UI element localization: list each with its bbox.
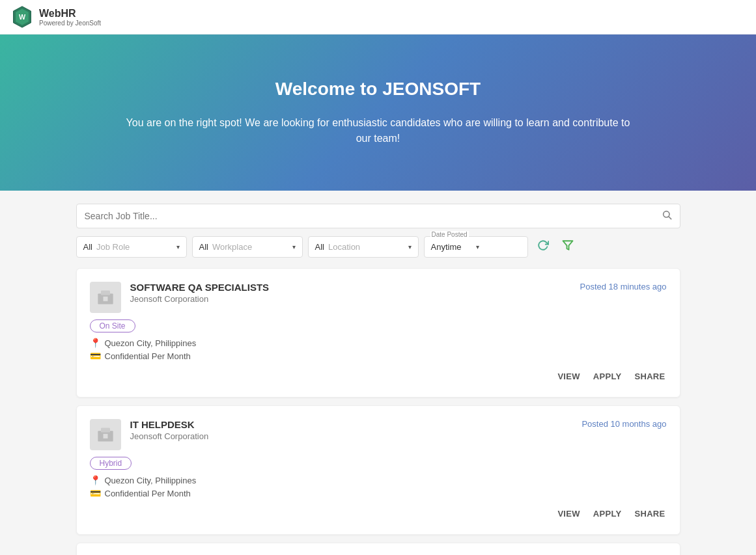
- location-row: 📍 Quezon City, Philippines: [90, 338, 667, 348]
- job-card-left: IT HELPDESK Jeonsoft Corporation: [90, 419, 209, 450]
- date-posted-filter[interactable]: Anytime ▾: [424, 236, 528, 258]
- location-icon: 📍: [90, 475, 101, 485]
- location-filter[interactable]: All Location ▾: [308, 236, 419, 258]
- location-text: Quezon City, Philippines: [105, 476, 197, 485]
- hero-subtitle: You are on the right spot! We are lookin…: [118, 115, 639, 146]
- location-placeholder: Location: [328, 242, 406, 252]
- badge-row: Hybrid: [90, 457, 667, 470]
- svg-rect-11: [103, 434, 107, 439]
- job-details: 📍 Quezon City, Philippines 💳 Confidentia…: [90, 338, 667, 361]
- svg-text:W: W: [19, 13, 26, 21]
- svg-rect-10: [101, 428, 110, 433]
- job-role-filter[interactable]: All Job Role ▾: [76, 236, 187, 258]
- app-header: W WebHR Powered by JeonSoft: [0, 0, 756, 34]
- main-content: All Job Role ▾ All Workplace ▾ All Locat…: [66, 191, 691, 555]
- job-info: SOFTWARE QA SPECIALISTS Jeonsoft Corpora…: [130, 282, 270, 304]
- posted-time: Posted 10 months ago: [581, 419, 666, 429]
- view-button[interactable]: VIEW: [556, 506, 581, 521]
- svg-marker-5: [563, 241, 572, 250]
- svg-rect-8: [103, 297, 107, 301]
- svg-line-4: [669, 217, 671, 219]
- location-icon: 📍: [90, 338, 101, 348]
- salary-text: Confidential Per Month: [105, 351, 191, 361]
- date-posted-label: Date Posted: [430, 231, 469, 238]
- job-details: 📍 Quezon City, Philippines 💳 Confidentia…: [90, 475, 667, 498]
- location-all: All: [315, 242, 324, 252]
- powered-by: Powered by JeonSoft: [39, 20, 101, 27]
- badge-row: On Site: [90, 319, 667, 332]
- job-title: IT HELPDESK: [130, 419, 209, 430]
- company-name: Jeonsoft Corporation: [130, 294, 270, 304]
- filters-row: All Job Role ▾ All Workplace ▾ All Locat…: [76, 236, 680, 258]
- workplace-all: All: [199, 242, 208, 252]
- job-actions: VIEW APPLY SHARE: [90, 506, 667, 521]
- salary-icon: 💳: [90, 488, 101, 498]
- job-role-placeholder: Job Role: [96, 242, 174, 252]
- search-input[interactable]: [85, 211, 662, 221]
- share-button[interactable]: SHARE: [633, 369, 666, 384]
- company-logo: [90, 282, 121, 313]
- job-title: SOFTWARE QA SPECIALISTS: [130, 282, 270, 293]
- salary-icon: 💳: [90, 351, 101, 361]
- workplace-filter[interactable]: All Workplace ▾: [192, 236, 303, 258]
- refresh-button[interactable]: [533, 237, 553, 257]
- date-posted-wrapper: Date Posted Anytime ▾: [424, 236, 528, 258]
- job-role-chevron: ▾: [176, 243, 180, 250]
- job-card: SOFTWARE QA SPECIALISTS Jeonsoft Corpora…: [76, 268, 680, 398]
- workplace-placeholder: Workplace: [212, 242, 290, 252]
- apply-button[interactable]: APPLY: [592, 506, 623, 521]
- job-card-header: IT HELPDESK Jeonsoft Corporation Posted …: [90, 419, 667, 450]
- salary-row: 💳 Confidential Per Month: [90, 351, 667, 361]
- hero-title: Welcome to JEONSOFT: [275, 79, 481, 100]
- job-card: SOFTWARE QA SPECIALISTS Jeonsoft Corpora…: [76, 543, 680, 555]
- app-name: WebHR: [39, 8, 101, 20]
- job-card-header: SOFTWARE QA SPECIALISTS Jeonsoft Corpora…: [90, 282, 667, 313]
- date-posted-chevron: ▾: [476, 243, 521, 250]
- job-role-all: All: [83, 242, 92, 252]
- company-name: Jeonsoft Corporation: [130, 431, 209, 441]
- svg-rect-7: [101, 291, 110, 295]
- job-info: IT HELPDESK Jeonsoft Corporation: [130, 419, 209, 441]
- location-chevron: ▾: [408, 243, 412, 250]
- workplace-chevron: ▾: [292, 243, 296, 250]
- company-logo: [90, 419, 121, 450]
- job-list: SOFTWARE QA SPECIALISTS Jeonsoft Corpora…: [76, 268, 680, 555]
- job-actions: VIEW APPLY SHARE: [90, 369, 667, 384]
- posted-time: Posted 18 minutes ago: [580, 282, 667, 291]
- logo-text: WebHR Powered by JeonSoft: [39, 8, 101, 27]
- salary-text: Confidential Per Month: [105, 489, 191, 498]
- salary-row: 💳 Confidential Per Month: [90, 488, 667, 498]
- share-button[interactable]: SHARE: [633, 506, 666, 521]
- hero-banner: Welcome to JEONSOFT You are on the right…: [0, 34, 756, 191]
- logo-icon: W: [10, 5, 34, 29]
- search-bar: [76, 204, 680, 228]
- workplace-badge: Hybrid: [90, 457, 132, 470]
- view-button[interactable]: VIEW: [556, 369, 581, 384]
- workplace-badge: On Site: [90, 319, 135, 332]
- job-card-left: SOFTWARE QA SPECIALISTS Jeonsoft Corpora…: [90, 282, 270, 313]
- search-button[interactable]: [662, 210, 672, 223]
- location-row: 📍 Quezon City, Philippines: [90, 475, 667, 485]
- location-text: Quezon City, Philippines: [105, 338, 197, 348]
- job-card: IT HELPDESK Jeonsoft Corporation Posted …: [76, 405, 680, 535]
- date-posted-value: Anytime: [431, 242, 476, 252]
- apply-button[interactable]: APPLY: [592, 369, 623, 384]
- filter-button[interactable]: [558, 237, 578, 257]
